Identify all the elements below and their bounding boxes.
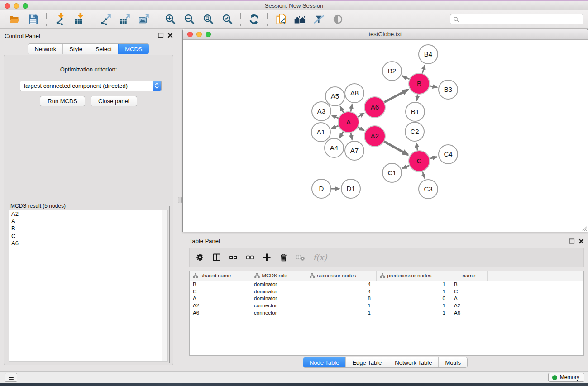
close-panel-icon[interactable]: [167, 32, 173, 38]
cell-predecessor-nodes[interactable]: 1: [376, 288, 451, 295]
table-row[interactable]: Bdominator41B: [190, 281, 583, 288]
tab-node-table[interactable]: Node Table: [303, 357, 346, 367]
zoom-in-icon[interactable]: [161, 12, 180, 27]
share-document-icon[interactable]: [271, 12, 290, 27]
zoom-fit-icon[interactable]: [199, 12, 218, 27]
mcds-result-item[interactable]: A6: [9, 240, 167, 247]
deselect-all-checkboxes-icon[interactable]: [244, 252, 255, 263]
mcds-result-item[interactable]: A: [9, 218, 167, 225]
tab-style[interactable]: Style: [62, 44, 89, 54]
optimization-criterion-label: Optimization criterion:: [4, 66, 173, 73]
table-row[interactable]: Cdominator41C: [190, 288, 583, 295]
cell-successor-nodes[interactable]: 8: [306, 295, 376, 302]
column-header-MCDS-role[interactable]: MCDS role: [251, 271, 306, 281]
column-header-shared-name[interactable]: shared name: [190, 271, 251, 281]
status-bar: Memory: [0, 371, 588, 383]
table-row[interactable]: A2connector11A2: [190, 302, 583, 309]
home-icon[interactable]: [290, 12, 309, 27]
node-label-A4: A4: [330, 144, 338, 152]
tab-select[interactable]: Select: [89, 44, 118, 54]
export-network-icon[interactable]: [96, 12, 115, 27]
network-canvas[interactable]: B4B2BB3A8A5A6A3B1AA1C2A2A4A7C4CC1C3DD1: [183, 40, 588, 232]
run-mcds-button[interactable]: Run MCDS: [40, 96, 85, 106]
tab-network[interactable]: Network: [28, 44, 62, 54]
criterion-dropdown[interactable]: largest connected component (directed): [20, 81, 162, 91]
cell-successor-nodes[interactable]: 4: [306, 281, 376, 288]
cell-name[interactable]: A: [451, 295, 487, 302]
node-table-container[interactable]: shared nameMCDS rolesuccessor nodesprede…: [189, 271, 584, 356]
refresh-icon[interactable]: [244, 12, 263, 27]
cell-MCDS-role[interactable]: connector: [251, 302, 306, 309]
network-window: testGlobe.txt B4B2BB3A8A5A6A3B1AA1C2A2A4…: [182, 29, 588, 232]
split-columns-icon[interactable]: [211, 252, 222, 263]
open-file-icon[interactable]: [5, 12, 24, 27]
mcds-result-list[interactable]: A2ABCA6: [9, 210, 168, 362]
tab-mcds[interactable]: MCDS: [118, 44, 148, 54]
cell-successor-nodes[interactable]: 1: [306, 302, 376, 309]
result-scrollbar[interactable]: [162, 210, 167, 361]
control-panel-title: Control Panel: [5, 33, 40, 39]
tab-edge-table[interactable]: Edge Table: [345, 357, 388, 367]
cell-shared-name[interactable]: A: [190, 295, 251, 302]
column-header-predecessor-nodes[interactable]: predecessor nodes: [376, 271, 451, 281]
task-history-button[interactable]: [5, 373, 17, 382]
import-network-icon[interactable]: [50, 12, 69, 27]
column-type-icon: [254, 273, 260, 278]
cell-shared-name[interactable]: A2: [190, 302, 251, 309]
tab-network-table[interactable]: Network Table: [388, 357, 438, 367]
table-row[interactable]: A6connector11A6: [190, 309, 583, 316]
cell-predecessor-nodes[interactable]: 1: [376, 309, 451, 316]
memory-button[interactable]: Memory: [548, 373, 584, 382]
cell-name[interactable]: A6: [451, 309, 487, 316]
hide-graphics-details-icon[interactable]: [309, 12, 328, 27]
splitter-grip[interactable]: [178, 197, 182, 203]
tab-motifs[interactable]: Motifs: [438, 357, 467, 367]
export-image-icon[interactable]: [134, 12, 153, 27]
float-table-panel-icon[interactable]: [569, 238, 575, 244]
network-window-titlebar[interactable]: testGlobe.txt: [183, 29, 588, 40]
import-table-icon[interactable]: [69, 12, 88, 27]
delete-table-icon[interactable]: [295, 252, 306, 263]
search-input[interactable]: [461, 14, 583, 24]
mcds-result-item[interactable]: A2: [9, 210, 167, 218]
settings-icon[interactable]: [194, 252, 205, 263]
cell-name[interactable]: C: [451, 288, 487, 295]
cell-predecessor-nodes[interactable]: 1: [376, 281, 451, 288]
cell-MCDS-role[interactable]: dominator: [251, 288, 306, 295]
close-table-panel-icon[interactable]: [578, 238, 584, 244]
column-header-successor-nodes[interactable]: successor nodes: [306, 271, 376, 281]
column-header-name[interactable]: name: [451, 271, 487, 281]
close-panel-button[interactable]: Close panel: [91, 96, 137, 106]
export-table-icon[interactable]: [115, 12, 134, 27]
cell-successor-nodes[interactable]: 1: [306, 309, 376, 316]
save-session-icon[interactable]: [24, 12, 43, 27]
mcds-result-item[interactable]: C: [9, 233, 167, 240]
float-panel-icon[interactable]: [158, 32, 164, 38]
select-all-checkboxes-icon[interactable]: [228, 252, 239, 263]
search-box[interactable]: [450, 14, 583, 24]
show-hide-panel-icon[interactable]: [328, 12, 347, 27]
mcds-result-item[interactable]: B: [9, 225, 167, 232]
table-header-row: shared nameMCDS rolesuccessor nodesprede…: [190, 271, 583, 281]
cell-MCDS-role[interactable]: connector: [251, 309, 306, 316]
cell-successor-nodes[interactable]: 4: [306, 288, 376, 295]
function-builder-icon[interactable]: f(x): [311, 252, 329, 263]
cell-filler: [487, 309, 583, 316]
delete-icon[interactable]: [278, 252, 289, 263]
cell-name[interactable]: A2: [451, 302, 487, 309]
cell-MCDS-role[interactable]: dominator: [251, 295, 306, 302]
cell-name[interactable]: B: [451, 281, 487, 288]
cell-shared-name[interactable]: C: [190, 288, 251, 295]
table-row[interactable]: Adominator80A: [190, 295, 583, 302]
node-label-C: C: [417, 157, 422, 165]
cell-MCDS-role[interactable]: dominator: [251, 281, 306, 288]
cell-shared-name[interactable]: A6: [190, 309, 251, 316]
add-icon[interactable]: [261, 252, 272, 263]
cell-predecessor-nodes[interactable]: 1: [376, 302, 451, 309]
panel-splitter[interactable]: [177, 29, 182, 371]
zoom-out-icon[interactable]: [180, 12, 199, 27]
window-resize-grip[interactable]: [581, 225, 587, 231]
cell-predecessor-nodes[interactable]: 0: [376, 295, 451, 302]
zoom-selected-icon[interactable]: [218, 12, 237, 27]
cell-shared-name[interactable]: B: [190, 281, 251, 288]
